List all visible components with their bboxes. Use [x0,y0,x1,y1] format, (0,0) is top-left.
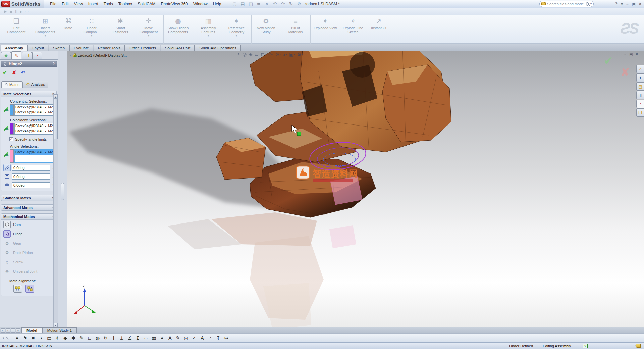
mate-option-universal-joint[interactable]: ⊕ Universal Joint [1,267,56,276]
toolbar-options-caret-icon[interactable]: ▾ [0,336,6,340]
section-view-icon[interactable]: ▱ [255,52,259,57]
chevron-down-icon[interactable]: ▾ [236,34,237,37]
tab-assembly[interactable]: Assembly [1,45,28,51]
confirmation-corner-ok-icon[interactable]: ✔ [604,54,613,67]
scroll-up-icon[interactable]: ▲ [54,94,58,99]
upper-limit-field[interactable]: 0.0deg [12,173,50,180]
ribbon-button[interactable]: ✶ Reference Geometry ▾ [223,15,252,44]
specify-angle-limits-checkbox[interactable]: ✓ [9,137,13,141]
ribbon-button[interactable]: ❏ Edit Component [2,15,31,44]
list-item[interactable]: Face<4>@IRB140_-_M2 [15,129,54,134]
ribbon-button[interactable]: ⚙ New Motion Study [252,15,281,44]
display-style-icon[interactable]: ◇▾ [268,52,273,57]
redo-icon[interactable]: ↷ [280,1,285,6]
mate-tool-icon[interactable]: ● [14,335,20,341]
menu-item[interactable]: Insert [86,0,101,8]
list-item-selected[interactable]: Face<5>@IRB140_-_M2 [15,150,54,155]
menu-item[interactable]: Edit [59,0,71,8]
previous-view-icon[interactable]: ◈ [249,52,253,57]
new-document-icon[interactable]: ▢ [232,1,237,6]
tag-icon[interactable] [635,344,641,348]
tab-motion-study-1[interactable]: Motion Study 1 [42,327,77,333]
text-tool-icon[interactable]: A [199,335,205,341]
tab-solidcam-operations[interactable]: SolidCAM Operations [195,45,241,51]
hide-component-icon[interactable]: ◍ [95,335,100,341]
list-item[interactable]: Face<1>@IRB140_-_M2 [15,110,54,115]
advanced-mates-header[interactable]: Advanced Mates » [1,204,57,211]
pause-icon[interactable]: ‖ [15,10,17,14]
concentric-selection-list[interactable]: Face<2>@IRB140_-_M2 Face<1>@IRB140_-_M2 [14,104,54,116]
ribbon-button[interactable]: ✦ Exploded View [311,15,339,44]
mate-option-gear[interactable]: ⚙ Gear [1,239,56,248]
next-tab-icon[interactable]: › [11,328,15,333]
doc-minimize-button[interactable]: – [624,52,626,56]
anti-aligned-button[interactable] [25,285,34,293]
standard-mates-header[interactable]: Standard Mates » [1,195,57,201]
mate-option-screw[interactable]: ∿ Screw [1,257,56,267]
chevron-down-icon[interactable]: ▾ [45,34,46,37]
menu-item[interactable]: SolidCAM [135,0,158,8]
custom-properties-icon[interactable]: ❏ [636,108,644,117]
coincident-selection-list[interactable]: Face<3>@IRB140_-_M2 Face<4>@IRB140_-_M2 [14,123,54,135]
tab-mates[interactable]: Mates [1,81,23,88]
edit-appearance-icon[interactable]: ◕▾ [283,52,287,57]
minimize-button[interactable]: – [626,2,629,6]
menu-item[interactable]: PhotoView 360 [158,0,191,8]
tab-sketch[interactable]: Sketch [49,45,69,51]
ribbon-button[interactable]: ⌘ Mate [60,15,77,44]
chevron-down-icon[interactable]: ▾ [91,34,92,37]
last-tab-icon[interactable]: » [16,328,20,333]
rebuild-icon[interactable]: ↻ [288,1,293,6]
menu-item[interactable]: View [71,0,86,8]
options-icon[interactable]: ⚙ [296,1,302,6]
play-icon[interactable]: ▶ [4,9,7,14]
dimension-tool-icon[interactable]: ∟ [87,335,92,341]
panel-help-button[interactable]: ? [52,62,55,66]
task-pane-home-icon[interactable]: ⌂ [636,65,644,73]
tab-office-products[interactable]: Office Products [125,45,160,51]
ribbon-button[interactable]: ↗ Instant3D [369,15,388,44]
hide-show-items-icon[interactable]: ⊘▾ [275,52,281,57]
file-explorer-icon[interactable]: ▤ [636,82,644,91]
chevron-down-icon[interactable]: ▾ [148,34,149,37]
ribbon-button[interactable]: ✱ Smart Fasteners [106,15,135,44]
close-button[interactable]: × [639,2,641,6]
search-input[interactable]: Search files and models [547,2,584,6]
panel-splitter[interactable] [58,51,67,327]
tab-solidcam-part[interactable]: SolidCAM Part [161,45,195,51]
section-tool-icon[interactable]: ▱ [143,335,149,341]
aligned-button[interactable] [13,285,22,293]
list-item[interactable]: Face<3>@IRB140_-_M2 [15,123,54,129]
measure-icon[interactable]: ∡ [127,335,132,341]
ribbon-button[interactable]: ✧ Explode Line Sketch [339,15,368,44]
edit-sketch-icon[interactable]: ✎ [78,335,84,341]
undo-button[interactable]: ↶ [21,70,25,76]
view-settings-icon[interactable]: ⚙▾ [297,52,303,57]
propertymanager-icon[interactable]: ✎ [11,51,21,59]
help-caret-icon[interactable]: ▾ [621,2,623,6]
first-tab-icon[interactable]: « [1,328,5,333]
menu-item[interactable]: Help [210,0,224,8]
specify-angle-limits-row[interactable]: ✓ Specify angle limits [1,135,56,142]
panel-scrollbar[interactable]: ▲ ▼ [53,94,58,327]
search-caret-icon[interactable]: ▾ [590,2,592,5]
isolate-icon[interactable]: ✳ [54,335,60,341]
confirmation-corner-cancel-icon[interactable]: ✘ [621,65,630,79]
configurationmanager-icon[interactable]: ❒ [22,52,32,59]
balloon-icon[interactable]: ◎ [183,335,189,341]
featuremanager-design-tree-icon[interactable]: ❖ [1,52,11,59]
frame-icon[interactable]: ▭ [25,9,28,14]
prev-tab-icon[interactable]: ‹ [6,328,10,333]
view-palette-icon[interactable]: ◫ [636,91,644,99]
rotate-view-icon[interactable]: ↻ [103,335,108,341]
appearance-tool-icon[interactable]: ◕ [159,335,165,341]
print-icon[interactable]: ≣ [256,1,261,6]
face-select-icon[interactable]: ■ [30,335,36,341]
doc-close-button[interactable]: × [636,52,638,56]
ribbon-button[interactable]: ⊞ Insert Components ▾ [31,15,60,44]
motion-down-icon[interactable]: ↧ [215,335,221,341]
display-pane-expand-icon[interactable]: » [70,54,71,57]
tab-evaluate[interactable]: Evaluate [69,45,93,51]
undo-icon[interactable]: ↶ [272,1,277,6]
record-icon[interactable]: ● [20,10,22,14]
